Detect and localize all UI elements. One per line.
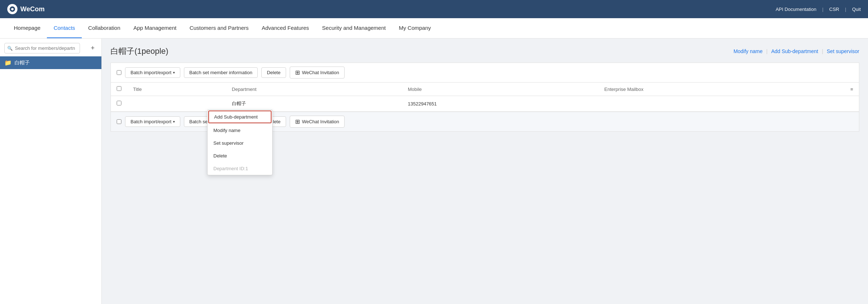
row-select-checkbox[interactable]: [117, 101, 121, 105]
row-mobile: 13522947651: [402, 96, 599, 112]
nav-homepage[interactable]: Homepage: [7, 18, 47, 38]
context-menu-modify-name[interactable]: Modify name: [208, 124, 272, 137]
top-toolbar: Batch import/export Batch set member inf…: [110, 63, 859, 82]
search-wrapper: 🔍: [4, 43, 85, 53]
content-header: 白帽子(1people) Modify name | Add Sub-depar…: [110, 46, 859, 57]
top-bar-links: API Documentation | CSR | Quit: [776, 7, 861, 12]
qr-icon-top: ⊞: [295, 69, 300, 76]
sidebar: 🔍 + 📁 白帽子: [0, 39, 102, 304]
logo: WeCom: [7, 4, 45, 14]
header-checkbox: [111, 83, 127, 96]
logo-icon: [7, 4, 17, 14]
dept-icon: 📁: [4, 59, 12, 66]
context-menu: Add Sub-department Modify name Set super…: [207, 109, 273, 175]
content-area: 白帽子(1people) Modify name | Add Sub-depar…: [102, 39, 868, 304]
members-table: Title Department Mobile Enterprise Mailb…: [110, 82, 859, 112]
table-header-row: Title Department Mobile Enterprise Mailb…: [111, 83, 859, 96]
select-all-checkbox[interactable]: [117, 86, 121, 91]
batch-set-member-button-top[interactable]: Batch set member information: [184, 67, 258, 78]
batch-import-export-button-bottom[interactable]: Batch import/export: [125, 116, 180, 127]
nav-security-management[interactable]: Security and Management: [316, 18, 392, 38]
wechat-invitation-label-bottom: WeChat Invitation: [302, 119, 339, 124]
add-button[interactable]: +: [88, 44, 97, 53]
search-icon: 🔍: [7, 46, 13, 51]
api-doc-link[interactable]: API Documentation: [776, 7, 816, 12]
main-layout: 🔍 + 📁 白帽子 白帽子(1people) Modify name | Add…: [0, 39, 868, 304]
nav-bar: Homepage Contacts Collaboration App Mana…: [0, 18, 868, 39]
delete-button-top[interactable]: Delete: [261, 67, 286, 78]
row-enterprise-mailbox: [599, 96, 845, 112]
select-all-checkbox-top[interactable]: [117, 70, 121, 75]
header-title: Title: [127, 83, 226, 96]
modify-name-link[interactable]: Modify name: [734, 48, 763, 54]
context-menu-delete[interactable]: Delete: [208, 149, 272, 162]
header-department: Department: [226, 83, 402, 96]
header-filter-icon[interactable]: ≡: [844, 83, 859, 96]
nav-collaboration[interactable]: Collaboration: [82, 18, 127, 38]
sidebar-dept-item[interactable]: 📁 白帽子: [0, 56, 101, 69]
select-all-checkbox-bottom[interactable]: [117, 119, 121, 124]
add-subdept-link[interactable]: Add Sub-department: [771, 48, 818, 54]
context-menu-set-supervisor[interactable]: Set supervisor: [208, 137, 272, 149]
sidebar-search-row: 🔍 +: [4, 43, 97, 53]
nav-my-company[interactable]: My Company: [392, 18, 437, 38]
wechat-invitation-label-top: WeChat Invitation: [302, 70, 339, 75]
content-actions: Modify name | Add Sub-department | Set s…: [734, 48, 859, 54]
csr-link[interactable]: CSR: [829, 7, 839, 12]
dept-name: 白帽子: [15, 60, 30, 66]
logo-text: WeCom: [20, 5, 45, 13]
row-checkbox: [111, 96, 127, 112]
nav-contacts[interactable]: Contacts: [47, 18, 81, 38]
search-input[interactable]: [4, 43, 80, 53]
nav-app-management[interactable]: App Management: [127, 18, 183, 38]
nav-customers-partners[interactable]: Customers and Partners: [183, 18, 255, 38]
context-menu-add-subdept[interactable]: Add Sub-department: [208, 111, 272, 123]
wechat-invitation-button-top[interactable]: ⊞ WeChat Invitation: [290, 67, 345, 79]
quit-link[interactable]: Quit: [852, 7, 861, 12]
batch-import-export-button-top[interactable]: Batch import/export: [125, 67, 180, 78]
page-title: 白帽子(1people): [110, 46, 168, 57]
header-enterprise-mailbox: Enterprise Mailbox: [599, 83, 845, 96]
nav-advanced-features[interactable]: Advanced Features: [255, 18, 316, 38]
wechat-invitation-button-bottom[interactable]: ⊞ WeChat Invitation: [290, 116, 345, 128]
top-bar: WeCom API Documentation | CSR | Quit: [0, 0, 868, 18]
row-actions: [844, 96, 859, 112]
context-menu-dept-id: Department ID:1: [208, 162, 272, 175]
set-supervisor-link[interactable]: Set supervisor: [827, 48, 859, 54]
header-mobile: Mobile: [402, 83, 599, 96]
qr-icon-bottom: ⊞: [295, 118, 300, 125]
